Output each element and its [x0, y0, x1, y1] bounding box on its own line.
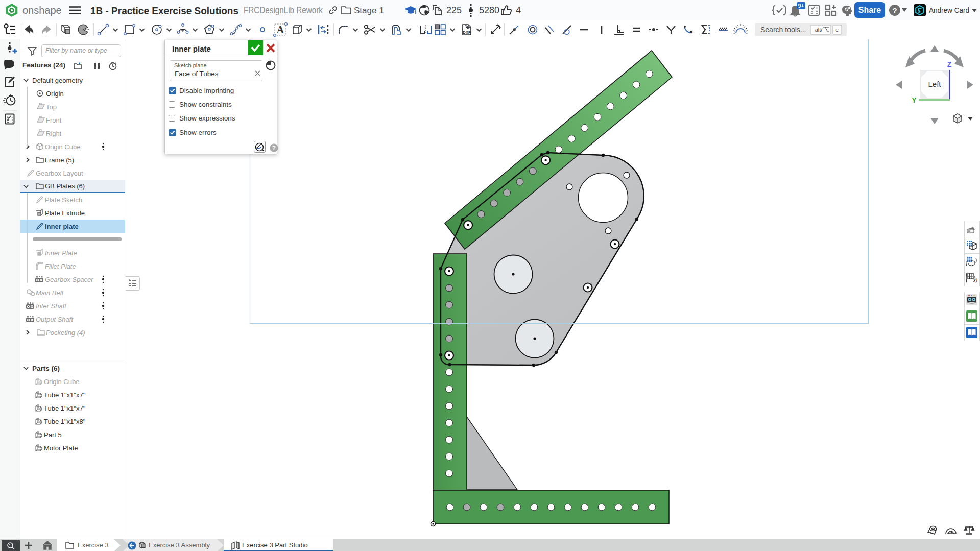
svg-text:4: 4: [516, 5, 521, 15]
svg-text:onshape: onshape: [22, 5, 62, 16]
svg-text:Z: Z: [947, 60, 952, 68]
svg-text:225: 225: [446, 5, 462, 15]
svg-text:9+: 9+: [798, 3, 804, 9]
svg-text:5280: 5280: [479, 5, 499, 15]
svg-text:?: ?: [272, 145, 276, 152]
svg-text:c: c: [835, 27, 839, 33]
svg-text:Search tools...: Search tools...: [760, 26, 806, 34]
svg-text:Y: Y: [912, 96, 917, 104]
svg-text:Stage 1: Stage 1: [354, 6, 384, 15]
svg-text:DXF: DXF: [463, 30, 471, 35]
svg-text:x): x): [973, 277, 977, 283]
svg-text:alt/: alt/: [815, 27, 823, 33]
svg-text:?: ?: [892, 6, 897, 15]
svg-text:Left: Left: [928, 80, 941, 88]
svg-text:Andrew Card: Andrew Card: [929, 6, 969, 14]
svg-text:A: A: [277, 24, 284, 35]
svg-text:FRCDesignLib Rework: FRCDesignLib Rework: [244, 5, 323, 15]
svg-text:1B - Practice Exercise Solutio: 1B - Practice Exercise Solutions: [90, 5, 238, 16]
